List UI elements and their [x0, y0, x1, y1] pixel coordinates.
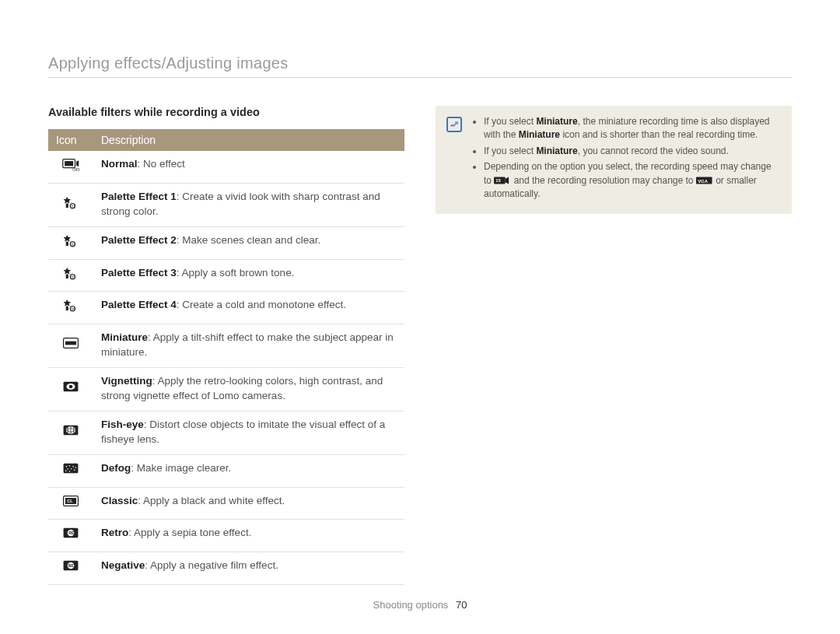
- filters-table: Icon Description OFFNormal: No effect01P…: [48, 129, 404, 585]
- svg-rect-23: [64, 463, 79, 473]
- table-row: NENegative: Apply a negative film effect…: [48, 552, 404, 585]
- defog-icon: [48, 454, 93, 487]
- svg-point-20: [69, 385, 73, 389]
- filter-name: Defog: [101, 462, 131, 474]
- table-row: Fish-eye: Distort close objects to imita…: [48, 411, 404, 454]
- filter-name: Retro: [101, 527, 128, 538]
- pal3-icon: 03: [48, 259, 93, 292]
- retro-icon: RE: [48, 520, 93, 552]
- svg-rect-1: [65, 161, 73, 166]
- svg-point-24: [66, 466, 68, 468]
- svg-text:CL: CL: [67, 499, 73, 503]
- filter-name: Fish-eye: [101, 419, 144, 430]
- filter-description: Vignetting: Apply the retro-looking colo…: [93, 368, 404, 412]
- table-row: 02Palette Effect 2: Make scenes clean an…: [48, 226, 404, 259]
- filter-description: Palette Effect 1: Create a vivid look wi…: [93, 183, 404, 226]
- pal2-icon: 02: [48, 226, 93, 259]
- svg-text:NE: NE: [68, 563, 75, 568]
- note-item: If you select Miniature, you cannot reco…: [484, 145, 778, 158]
- filter-desc-text: : Create a cold and monotone effect.: [177, 299, 346, 310]
- page-footer: Shooting options 70: [0, 599, 840, 611]
- filter-description: Palette Effect 3: Apply a soft brown ton…: [93, 259, 404, 292]
- filter-description: Defog: Make image clearer.: [93, 454, 404, 487]
- filter-description: Palette Effect 2: Make scenes clean and …: [93, 226, 404, 259]
- table-row: Vignetting: Apply the retro-looking colo…: [48, 368, 404, 412]
- table-row: 01Palette Effect 1: Create a vivid look …: [48, 183, 404, 226]
- svg-rect-7: [66, 241, 68, 246]
- svg-rect-13: [66, 306, 68, 311]
- svg-rect-17: [65, 342, 76, 345]
- table-row: 03Palette Effect 3: Apply a soft brown t…: [48, 259, 404, 292]
- mini-icon: [48, 324, 93, 368]
- filter-name: Palette Effect 2: [101, 234, 177, 246]
- section-heading: Available filters while recording a vide…: [48, 106, 404, 118]
- svg-point-31: [65, 470, 67, 471]
- filter-name: Classic: [101, 495, 138, 506]
- off-icon: OFF: [48, 151, 93, 183]
- svg-text:03: 03: [71, 274, 75, 278]
- filter-description: Retro: Apply a sepia tone effect.: [93, 520, 404, 552]
- filter-description: Negative: Apply a negative film effect.: [93, 552, 404, 585]
- svg-text:RE: RE: [68, 531, 75, 535]
- page-title: Applying effects/Adjusting images: [48, 54, 792, 72]
- vig-icon: [48, 368, 93, 412]
- filter-description: Normal: No effect: [93, 151, 404, 183]
- svg-point-30: [74, 469, 75, 471]
- filter-desc-text: : Make scenes clean and clear.: [177, 234, 320, 246]
- filter-desc-text: : Apply a sepia tone effect.: [128, 527, 251, 538]
- svg-rect-10: [66, 274, 68, 278]
- svg-text:01: 01: [71, 204, 75, 208]
- svg-point-28: [67, 468, 68, 470]
- table-row: OFFNormal: No effect: [48, 151, 404, 183]
- svg-point-29: [71, 468, 72, 470]
- classic-icon: CL: [48, 487, 93, 520]
- note-box: If you select Miniature, the miniature r…: [436, 106, 792, 214]
- filter-desc-text: : No effect: [138, 158, 185, 170]
- note-item: Depending on the option you select, the …: [484, 160, 778, 201]
- svg-marker-2: [76, 160, 79, 166]
- filter-name: Miniature: [101, 331, 148, 343]
- negative-icon: NE: [48, 552, 93, 585]
- table-row: RERetro: Apply a sepia tone effect.: [48, 520, 404, 552]
- filter-name: Negative: [101, 559, 145, 571]
- note-list: If you select Miniature, the miniature r…: [471, 115, 778, 203]
- filter-desc-text: : Apply a black and white effect.: [138, 495, 285, 506]
- note-icon: [446, 117, 462, 132]
- svg-point-25: [69, 465, 71, 467]
- col-header-icon: Icon: [48, 129, 93, 151]
- svg-marker-43: [506, 177, 509, 184]
- filter-name: Palette Effect 1: [101, 191, 177, 202]
- note-item: If you select Miniature, the miniature r…: [484, 115, 778, 142]
- svg-text:OFF: OFF: [72, 167, 79, 171]
- svg-point-32: [69, 471, 71, 472]
- title-rule: [48, 77, 792, 78]
- filter-description: Classic: Apply a black and white effect.: [93, 487, 404, 520]
- table-row: Defog: Make image clearer.: [48, 454, 404, 487]
- filter-name: Vignetting: [101, 375, 152, 387]
- pal1-icon: 01: [48, 183, 93, 226]
- filter-description: Palette Effect 4: Create a cold and mono…: [93, 292, 404, 324]
- svg-point-27: [75, 467, 77, 468]
- table-row: CLClassic: Apply a black and white effec…: [48, 487, 404, 520]
- svg-text:02: 02: [71, 241, 75, 246]
- svg-point-26: [72, 466, 74, 468]
- filter-name: Palette Effect 4: [101, 299, 177, 310]
- filter-name: Normal: [101, 158, 138, 170]
- filter-name: Palette Effect 3: [101, 267, 177, 278]
- col-header-description: Description: [93, 129, 404, 151]
- footer-section: Shooting options: [373, 599, 449, 611]
- svg-rect-4: [66, 203, 68, 208]
- pal4-icon: 04: [48, 292, 93, 324]
- table-row: 04Palette Effect 4: Create a cold and mo…: [48, 292, 404, 324]
- filter-desc-text: : Apply a soft brown tone.: [177, 267, 295, 278]
- svg-text:VGA: VGA: [698, 178, 708, 183]
- footer-page-number: 70: [456, 599, 467, 611]
- filter-desc-text: : Make image clearer.: [131, 462, 231, 474]
- svg-text:04: 04: [71, 306, 75, 311]
- filter-desc-text: : Apply a negative film effect.: [145, 559, 278, 571]
- table-row: Miniature: Apply a tilt-shift effect to …: [48, 324, 404, 368]
- filter-description: Miniature: Apply a tilt-shift effect to …: [93, 324, 404, 368]
- filter-description: Fish-eye: Distort close objects to imita…: [93, 411, 404, 454]
- fish-icon: [48, 411, 93, 454]
- filter-desc-text: : Distort close objects to imitate the v…: [101, 419, 385, 445]
